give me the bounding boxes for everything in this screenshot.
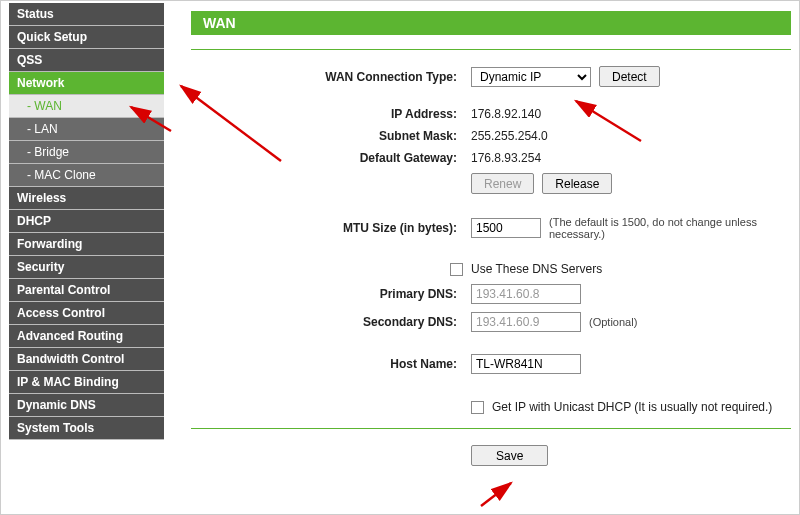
- label-conn-type: WAN Connection Type:: [191, 70, 471, 84]
- sidebar-item[interactable]: - MAC Clone: [9, 164, 164, 187]
- label-mask: Subnet Mask:: [191, 129, 471, 143]
- sidebar-item[interactable]: DHCP: [9, 210, 164, 233]
- detect-button[interactable]: Detect: [599, 66, 660, 87]
- optional-note: (Optional): [589, 316, 637, 328]
- sidebar-item[interactable]: - LAN: [9, 118, 164, 141]
- host-name-input[interactable]: [471, 354, 581, 374]
- renew-button[interactable]: Renew: [471, 173, 534, 194]
- sidebar-item[interactable]: Status: [9, 3, 164, 26]
- sidebar-item[interactable]: Security: [9, 256, 164, 279]
- sidebar-item[interactable]: QSS: [9, 49, 164, 72]
- save-button[interactable]: Save: [471, 445, 548, 466]
- secondary-dns-input[interactable]: [471, 312, 581, 332]
- sidebar-item[interactable]: Bandwidth Control: [9, 348, 164, 371]
- sidebar-item[interactable]: - WAN: [9, 95, 164, 118]
- sidebar-item[interactable]: System Tools: [9, 417, 164, 440]
- label-secondary-dns: Secondary DNS:: [191, 315, 471, 329]
- wan-connection-type-select[interactable]: Dynamic IP: [471, 67, 591, 87]
- label-mtu: MTU Size (in bytes):: [191, 221, 471, 235]
- sidebar-item[interactable]: Network: [9, 72, 164, 95]
- divider: [191, 428, 791, 429]
- label-host: Host Name:: [191, 357, 471, 371]
- mtu-input[interactable]: [471, 218, 541, 238]
- use-dns-checkbox[interactable]: [450, 263, 463, 276]
- value-gw: 176.8.93.254: [471, 151, 791, 165]
- unicast-label: Get IP with Unicast DHCP (It is usually …: [492, 400, 772, 414]
- label-primary-dns: Primary DNS:: [191, 287, 471, 301]
- primary-dns-input[interactable]: [471, 284, 581, 304]
- sidebar-item[interactable]: Quick Setup: [9, 26, 164, 49]
- mtu-note: (The default is 1500, do not change unle…: [549, 216, 791, 240]
- sidebar-item[interactable]: Parental Control: [9, 279, 164, 302]
- use-dns-label: Use These DNS Servers: [471, 262, 791, 276]
- unicast-dhcp-checkbox[interactable]: [471, 401, 484, 414]
- sidebar-item[interactable]: Wireless: [9, 187, 164, 210]
- value-ip: 176.8.92.140: [471, 107, 791, 121]
- value-mask: 255.255.254.0: [471, 129, 791, 143]
- sidebar-item[interactable]: Dynamic DNS: [9, 394, 164, 417]
- sidebar-item[interactable]: IP & MAC Binding: [9, 371, 164, 394]
- label-gw: Default Gateway:: [191, 151, 471, 165]
- sidebar-item[interactable]: Forwarding: [9, 233, 164, 256]
- sidebar-item[interactable]: - Bridge: [9, 141, 164, 164]
- sidebar-item[interactable]: Access Control: [9, 302, 164, 325]
- label-ip: IP Address:: [191, 107, 471, 121]
- release-button[interactable]: Release: [542, 173, 612, 194]
- main-content: WAN WAN Connection Type: Dynamic IP Dete…: [191, 11, 791, 494]
- divider: [191, 49, 791, 50]
- sidebar-item[interactable]: Advanced Routing: [9, 325, 164, 348]
- sidebar: StatusQuick SetupQSSNetwork- WAN- LAN- B…: [9, 3, 164, 440]
- page-title: WAN: [191, 11, 791, 35]
